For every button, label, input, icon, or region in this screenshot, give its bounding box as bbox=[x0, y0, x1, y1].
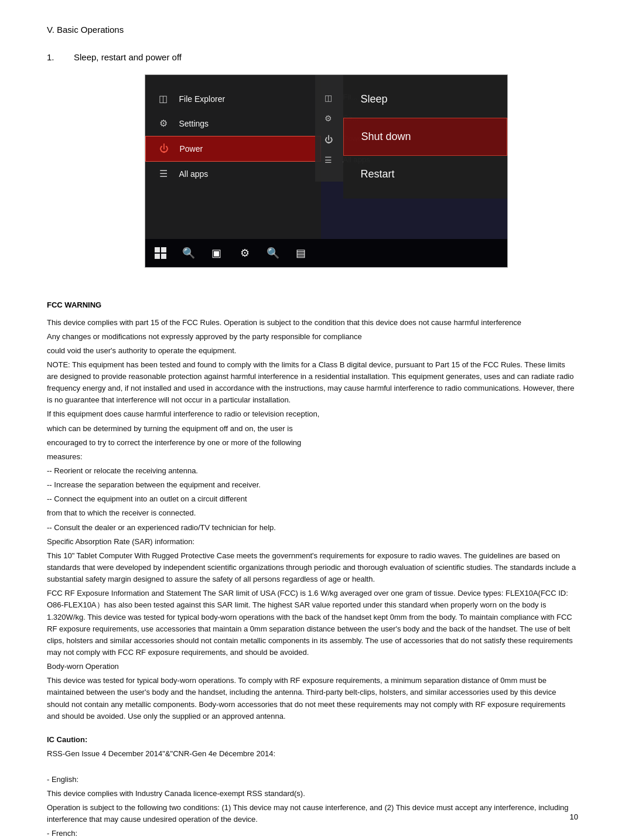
fcc-para-17: Body-worn Operation bbox=[47, 661, 578, 672]
settings-label: Settings bbox=[179, 118, 209, 130]
svg-rect-0 bbox=[155, 247, 160, 252]
fcc-para-11: -- Connect the equipment into an outlet … bbox=[47, 493, 578, 505]
win-menu-power[interactable]: ⏻ Power bbox=[145, 136, 321, 162]
fcc-para-13: -- Consult the dealer or an experienced … bbox=[47, 522, 578, 534]
fcc-para-8: measures: bbox=[47, 451, 578, 463]
taskbar-icon-3[interactable]: ⚙ bbox=[235, 244, 254, 262]
win-menu-settings[interactable]: ⚙ Settings bbox=[145, 111, 321, 136]
taskbar-search-2[interactable]: 🔍 bbox=[264, 244, 282, 262]
power-label: Power bbox=[180, 143, 203, 155]
file-explorer-label: File Explorer bbox=[179, 93, 226, 105]
start-button[interactable] bbox=[151, 244, 170, 262]
svg-rect-1 bbox=[161, 247, 166, 252]
search-taskbar-icon[interactable]: 🔍 bbox=[179, 244, 198, 262]
power-shutdown-option[interactable]: Shut down bbox=[343, 118, 507, 156]
ic-caution-french-label: - French: bbox=[47, 828, 578, 839]
fcc-para-6: which can be determined by turning the e… bbox=[47, 423, 578, 435]
all-apps-label: All apps bbox=[179, 168, 209, 180]
ic-caution-conditions: Operation is subject to the following tw… bbox=[47, 802, 578, 825]
fcc-para-1: This device complies with part 15 of the… bbox=[47, 317, 578, 329]
overlay-power-icon: ⏻ bbox=[325, 134, 335, 144]
fcc-para-3: could void the user's authority to opera… bbox=[47, 345, 578, 357]
subsection-1: 1. Sleep, restart and power off ◫ File E… bbox=[47, 51, 578, 286]
power-sleep-option[interactable]: Sleep bbox=[343, 81, 507, 118]
ic-caution-title-line: IC Caution: bbox=[47, 734, 578, 746]
fcc-para-5: If this equipment does cause harmful int… bbox=[47, 408, 578, 420]
section-title: V. Basic Operations bbox=[47, 23, 578, 37]
svg-rect-3 bbox=[161, 254, 166, 259]
ic-caution-english-text: This device complies with Industry Canad… bbox=[47, 788, 578, 800]
power-restart-option[interactable]: Restart bbox=[343, 156, 507, 193]
all-apps-icon: ☰ bbox=[157, 168, 170, 180]
fcc-para-10: -- Increase the separation between the e… bbox=[47, 479, 578, 491]
settings-icon: ⚙ bbox=[157, 117, 170, 130]
windows-screenshot: ◫ File Explorer ⚙ Settings ⏻ Power bbox=[145, 74, 508, 268]
overlay-settings-icon: ⚙ bbox=[325, 112, 335, 123]
ic-caution-rss: RSS-Gen Issue 4 December 2014"&"CNR-Gen … bbox=[47, 748, 578, 760]
task-view-icon[interactable]: ▣ bbox=[207, 244, 226, 262]
subsection-title: Sleep, restart and power off bbox=[74, 51, 578, 64]
win-menu-all-apps[interactable]: ☰ All apps bbox=[145, 162, 321, 186]
win-power-menu: Sleep Shut down Restart bbox=[343, 75, 507, 199]
subsection-number: 1. bbox=[47, 51, 64, 286]
fcc-warning-title: FCC WARNING bbox=[47, 299, 578, 311]
fcc-para-7: encouraged to try to correct the interfe… bbox=[47, 437, 578, 449]
taskbar-icon-5[interactable]: ▤ bbox=[292, 244, 310, 262]
win-main-area: ◫ File Explorer ⚙ Settings ⏻ Power bbox=[145, 75, 507, 239]
fcc-warning-section: FCC WARNING This device complies with pa… bbox=[47, 299, 578, 722]
win-menu-file-explorer[interactable]: ◫ File Explorer bbox=[145, 87, 321, 111]
fcc-para-9: -- Reorient or relocate the receiving an… bbox=[47, 465, 578, 477]
overlay-file-icon: ◫ bbox=[325, 92, 335, 103]
svg-rect-2 bbox=[155, 254, 160, 259]
page-content: V. Basic Operations 1. Sleep, restart an… bbox=[47, 23, 578, 840]
ic-caution-english-label: - English: bbox=[47, 774, 578, 786]
fcc-para-12: from that to which the receiver is conne… bbox=[47, 507, 578, 519]
win-screen: ◫ File Explorer ⚙ Settings ⏻ Power bbox=[145, 75, 507, 267]
file-explorer-icon: ◫ bbox=[157, 93, 170, 105]
ic-caution-section: IC Caution: RSS-Gen Issue 4 December 201… bbox=[47, 734, 578, 840]
win-taskbar: 🔍 ▣ ⚙ 🔍 ▤ bbox=[145, 239, 507, 267]
win-left-panel: ◫ File Explorer ⚙ Settings ⏻ Power bbox=[145, 75, 321, 239]
page-number: 10 bbox=[570, 811, 578, 823]
power-icon: ⏻ bbox=[158, 142, 170, 155]
fcc-para-15: This 10" Tablet Computer With Rugged Pro… bbox=[47, 550, 578, 585]
overlay-apps-icon: ☰ bbox=[325, 154, 335, 165]
fcc-para-16: FCC RF Exposure Information and Statemen… bbox=[47, 588, 578, 658]
fcc-para-4: NOTE: This equipment has been tested and… bbox=[47, 359, 578, 407]
fcc-para-2: Any changes or modifications not express… bbox=[47, 331, 578, 343]
fcc-para-14: Specific Absorption Rate (SAR) informati… bbox=[47, 536, 578, 548]
fcc-para-18: This device was tested for typical body-… bbox=[47, 675, 578, 722]
